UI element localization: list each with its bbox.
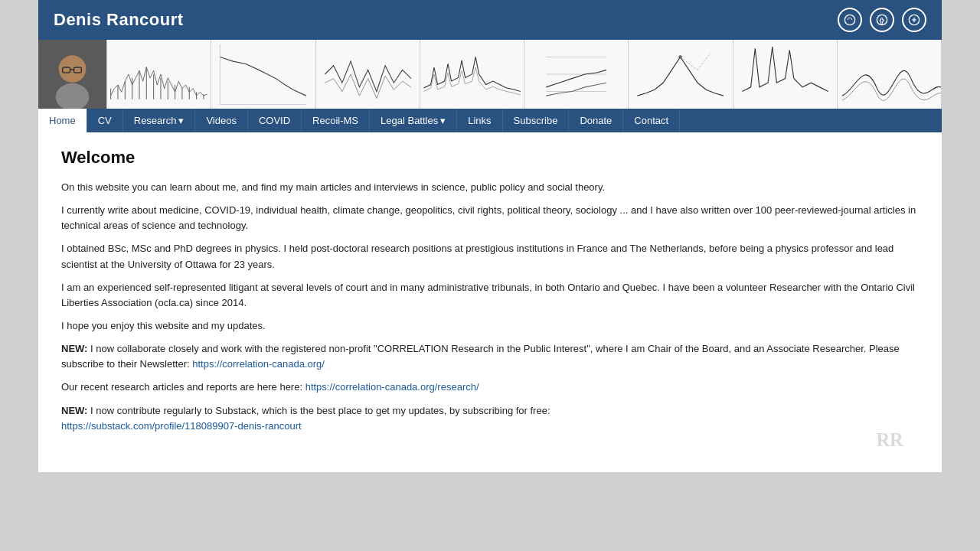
banner-chart-3 <box>316 40 420 109</box>
para-4: I am an experienced self-represented lit… <box>61 280 919 311</box>
nav-covid[interactable]: COVID <box>248 109 302 132</box>
page-heading: Welcome <box>61 148 919 168</box>
para-1: On this website you can learn about me, … <box>61 180 919 195</box>
svg-rect-27 <box>320 40 415 109</box>
svg-rect-24 <box>216 40 311 109</box>
nav-links[interactable]: Links <box>457 109 502 132</box>
site-title: Denis Rancourt <box>54 10 184 30</box>
banner-chart-1 <box>107 40 211 109</box>
para-8-text: I now contribute regularly to Substack, … <box>87 405 550 416</box>
banner-chart-4 <box>420 40 524 109</box>
svg-point-0 <box>844 15 854 24</box>
para-2: I currently write about medicine, COVID-… <box>61 203 919 233</box>
nav-legal-battles[interactable]: Legal Battles ▾ <box>370 109 457 132</box>
banner-strip <box>38 40 942 109</box>
para-7-text: Our recent research articles and reports… <box>61 381 305 393</box>
nav-bar: Home CV Research ▾ Videos COVID Recoil-M… <box>38 109 942 132</box>
banner-chart-8 <box>838 40 942 109</box>
person-photo <box>38 40 107 109</box>
main-content: Welcome On this website you can learn ab… <box>38 132 942 472</box>
correlation-link-1[interactable]: https://correlation-canada.org/ <box>192 358 325 370</box>
nav-contact[interactable]: Contact <box>623 109 680 132</box>
nav-donate[interactable]: Donate <box>569 109 623 132</box>
banner-chart-2 <box>211 40 315 109</box>
substack-link[interactable]: https://substack.com/profile/118089907-d… <box>61 420 302 432</box>
facebook-icon[interactable] <box>870 8 894 32</box>
para-8-bold: NEW: <box>61 405 87 416</box>
para-8: NEW: I now contribute regularly to Subst… <box>61 403 919 434</box>
svg-text:RR: RR <box>876 429 903 450</box>
para-6-bold: NEW: <box>61 343 87 354</box>
svg-point-1 <box>877 15 887 24</box>
banner-chart-6 <box>629 40 733 109</box>
twitter-icon[interactable] <box>838 8 862 32</box>
banner-chart-5 <box>524 40 629 109</box>
page-wrapper: Denis Rancourt <box>38 0 942 472</box>
para-7: Our recent research articles and reports… <box>61 380 919 395</box>
para-5: I hope you enjoy this website and my upd… <box>61 318 919 334</box>
para-6: NEW: I now collaborate closely and work … <box>61 341 919 372</box>
link-icon[interactable] <box>902 8 926 32</box>
site-header: Denis Rancourt <box>38 0 942 40</box>
svg-rect-9 <box>107 46 211 103</box>
banner-chart-7 <box>733 40 838 109</box>
watermark: RR <box>873 424 926 457</box>
para-6-text: I now collaborate closely and work with … <box>61 343 900 370</box>
nav-recoil-ms[interactable]: Recoil-MS <box>302 109 370 132</box>
nav-cv[interactable]: CV <box>87 109 123 132</box>
nav-research[interactable]: Research ▾ <box>123 109 196 132</box>
para-3: I obtained BSc, MSc and PhD degrees in p… <box>61 241 919 272</box>
correlation-link-2[interactable]: https://correlation-canada.org/research/ <box>305 381 479 393</box>
nav-home[interactable]: Home <box>38 109 87 132</box>
svg-rect-38 <box>838 40 941 109</box>
nav-videos[interactable]: Videos <box>195 109 248 132</box>
nav-subscribe[interactable]: Subscribe <box>503 109 570 132</box>
social-icons-container <box>838 8 926 32</box>
svg-rect-33 <box>633 40 728 109</box>
